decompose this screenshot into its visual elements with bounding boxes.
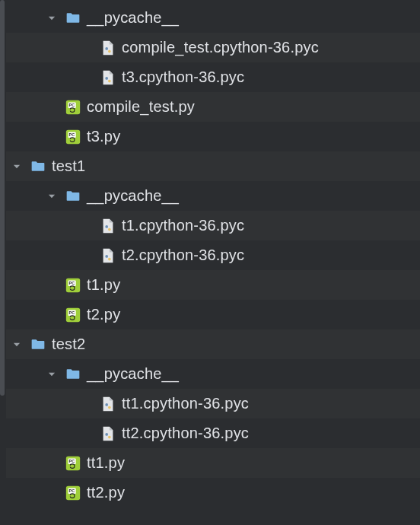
tree-item-label: t2.cpython-36.pyc — [122, 247, 244, 264]
folder-icon — [29, 336, 47, 354]
scrollbar-track[interactable] — [0, 0, 5, 525]
compiled-python-icon — [99, 395, 117, 413]
svg-point-1 — [108, 49, 111, 52]
folder-icon — [64, 365, 82, 383]
compiled-python-icon — [99, 217, 117, 235]
chevron-down-icon[interactable] — [44, 367, 59, 382]
svg-point-11 — [108, 228, 111, 231]
python-script-icon: PC — [64, 484, 82, 502]
chevron-down-icon[interactable] — [44, 189, 59, 204]
tree-item-label: __pycache__ — [87, 187, 179, 205]
svg-text:PC: PC — [69, 488, 75, 493]
svg-point-13 — [108, 257, 111, 260]
compiled-python-icon — [99, 425, 117, 443]
tree-row[interactable]: PC t2.py — [6, 300, 420, 329]
tree-row[interactable]: compile_test.cpython-36.pyc — [6, 33, 420, 62]
project-tree: __pycache__ compile_test.cpython-36.pyc … — [0, 0, 420, 508]
python-script-icon: PC — [64, 98, 82, 116]
tree-item-label: t1.py — [87, 276, 120, 294]
svg-text:PC: PC — [69, 459, 75, 463]
tree-item-label: tt1.cpython-36.pyc — [122, 395, 249, 412]
tree-item-label: tt1.py — [87, 454, 125, 472]
tree-row[interactable]: test1 — [6, 151, 420, 181]
python-script-icon: PC — [64, 128, 82, 146]
tree-item-label: compile_test.cpython-36.pyc — [122, 39, 319, 56]
svg-point-22 — [105, 433, 108, 436]
tree-row[interactable]: t3.cpython-36.pyc — [6, 62, 420, 92]
svg-point-3 — [108, 79, 111, 82]
chevron-down-icon[interactable] — [44, 11, 59, 26]
tree-item-label: __pycache__ — [87, 9, 179, 27]
svg-text:PC: PC — [69, 281, 75, 285]
scrollbar-thumb[interactable] — [0, 0, 5, 396]
tree-row[interactable]: tt2.cpython-36.pyc — [6, 418, 420, 448]
tree-item-label: test1 — [52, 158, 85, 175]
tree-item-label: t3.py — [87, 128, 120, 145]
svg-point-2 — [105, 77, 108, 80]
tree-item-label: test2 — [52, 336, 85, 353]
tree-row[interactable]: t2.cpython-36.pyc — [6, 240, 420, 270]
tree-row[interactable]: tt1.cpython-36.pyc — [6, 389, 420, 418]
tree-item-label: t3.cpython-36.pyc — [122, 68, 244, 86]
svg-point-12 — [105, 255, 108, 258]
tree-row[interactable]: PC tt1.py — [6, 448, 420, 478]
svg-point-20 — [105, 403, 108, 406]
tree-row[interactable]: test2 — [6, 329, 420, 359]
tree-row[interactable]: __pycache__ — [6, 181, 420, 211]
tree-row[interactable]: __pycache__ — [6, 3, 420, 33]
svg-text:PC: PC — [69, 310, 75, 315]
python-script-icon: PC — [64, 276, 82, 294]
compiled-python-icon — [99, 68, 117, 87]
python-script-icon: PC — [64, 454, 82, 473]
python-script-icon: PC — [64, 306, 82, 324]
tree-item-label: tt2.cpython-36.pyc — [122, 425, 249, 442]
folder-icon — [64, 9, 82, 27]
svg-text:PC: PC — [69, 103, 75, 107]
tree-row[interactable]: PC compile_test.py — [6, 92, 420, 122]
folder-icon — [64, 187, 82, 205]
svg-point-21 — [108, 406, 111, 409]
tree-item-label: compile_test.py — [87, 98, 195, 116]
chevron-down-icon[interactable] — [9, 159, 24, 174]
compiled-python-icon — [99, 39, 117, 57]
svg-point-23 — [108, 435, 111, 438]
tree-row[interactable]: __pycache__ — [6, 359, 420, 389]
tree-row[interactable]: t1.cpython-36.pyc — [6, 211, 420, 240]
svg-point-0 — [105, 47, 108, 50]
tree-item-label: t1.cpython-36.pyc — [122, 217, 244, 234]
svg-text:PC: PC — [69, 132, 75, 137]
tree-row[interactable]: PC t3.py — [6, 122, 420, 151]
tree-item-label: __pycache__ — [87, 365, 179, 383]
chevron-down-icon[interactable] — [9, 337, 24, 352]
tree-item-label: t2.py — [87, 306, 120, 323]
svg-point-10 — [105, 225, 108, 228]
tree-item-label: tt2.py — [87, 484, 125, 501]
compiled-python-icon — [99, 247, 117, 265]
tree-row[interactable]: PC tt2.py — [6, 478, 420, 508]
tree-row[interactable]: PC t1.py — [6, 270, 420, 300]
folder-icon — [29, 158, 47, 176]
